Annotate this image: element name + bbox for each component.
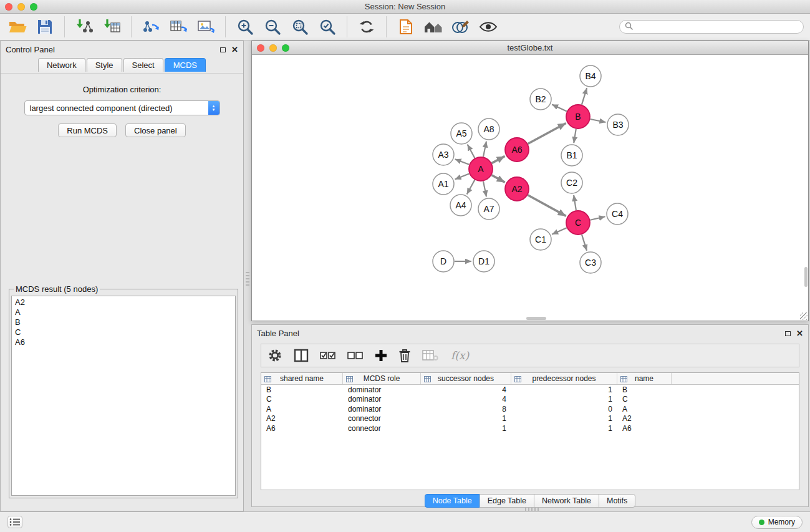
- graph-edge-A6-B[interactable]: [528, 123, 566, 144]
- mcds-result-item[interactable]: A2: [15, 297, 232, 307]
- network-canvas[interactable]: B4B2BB3A5A8A6B1A3AA1C2A2A4A7C4CC1C3DD1: [252, 55, 808, 321]
- table-row[interactable]: Adominator80A: [261, 404, 799, 414]
- open-file-icon[interactable]: [6, 16, 29, 38]
- column-header-predecessor-nodes[interactable]: predecessor nodes: [511, 373, 617, 384]
- select-columns-icon[interactable]: [294, 349, 309, 362]
- graph-edge-C-C4[interactable]: [591, 216, 605, 220]
- tab-mcds[interactable]: MCDS: [165, 58, 206, 72]
- graph-edge-B-B3[interactable]: [591, 119, 606, 122]
- import-network-icon[interactable]: [73, 16, 95, 38]
- graph-edge-C-C3[interactable]: [582, 235, 587, 251]
- graph-edge-C-C2[interactable]: [574, 195, 576, 210]
- tab-motifs[interactable]: Motifs: [599, 494, 635, 508]
- graph-node-C[interactable]: C: [566, 211, 590, 235]
- close-window-button[interactable]: [5, 3, 12, 11]
- table-row[interactable]: Bdominator41B: [261, 385, 799, 395]
- close-network-window-button[interactable]: [257, 44, 264, 52]
- close-panel-button[interactable]: Close panel: [125, 123, 186, 137]
- column-header-successor-nodes[interactable]: successor nodes: [421, 373, 511, 384]
- graph-node-B3[interactable]: B3: [607, 114, 629, 135]
- vertical-splitter-grip[interactable]: [246, 272, 249, 286]
- run-mcds-button[interactable]: Run MCDS: [58, 123, 117, 137]
- window-resize-grip[interactable]: [800, 312, 808, 320]
- close-panel-icon[interactable]: ✕: [796, 331, 803, 337]
- graph-node-A4[interactable]: A4: [450, 195, 471, 216]
- deselect-all-rows-icon[interactable]: [347, 351, 364, 360]
- graph-node-A8[interactable]: A8: [478, 118, 499, 140]
- graph-edge-A-A7[interactable]: [483, 181, 486, 197]
- vertical-scrollbar-handle[interactable]: [804, 267, 808, 287]
- zoom-network-window-button[interactable]: [282, 44, 289, 52]
- graph-edge-A-A2[interactable]: [492, 175, 505, 183]
- criterion-dropdown[interactable]: largest connected component (directed) ▲…: [24, 100, 220, 115]
- table-row[interactable]: A2connector11A2: [261, 414, 799, 424]
- venn-diagram-icon[interactable]: [450, 16, 472, 38]
- graph-node-D1[interactable]: D1: [473, 251, 494, 272]
- graph-node-A5[interactable]: A5: [451, 123, 472, 144]
- table-row[interactable]: Cdominator41C: [261, 395, 799, 405]
- tab-style[interactable]: Style: [87, 58, 122, 72]
- graph-node-D[interactable]: D: [433, 251, 454, 272]
- graph-node-A1[interactable]: A1: [433, 173, 454, 195]
- save-session-icon[interactable]: [34, 16, 56, 38]
- mcds-result-item[interactable]: B: [15, 317, 232, 327]
- apply-layout-icon[interactable]: [355, 16, 378, 38]
- graph-node-C3[interactable]: C3: [580, 252, 601, 273]
- graph-node-C2[interactable]: C2: [561, 172, 582, 193]
- search-input[interactable]: [637, 22, 798, 32]
- zoom-selected-icon[interactable]: [316, 16, 339, 38]
- mcds-result-list[interactable]: A2ABCA6: [11, 296, 236, 496]
- graph-edge-A-A3[interactable]: [455, 159, 470, 165]
- graph-node-C4[interactable]: C4: [607, 203, 628, 225]
- graph-node-B1[interactable]: B1: [561, 145, 582, 166]
- select-all-rows-icon[interactable]: [320, 351, 336, 360]
- close-panel-icon[interactable]: ✕: [231, 47, 238, 53]
- task-history-button[interactable]: [7, 516, 22, 528]
- graph-edge-C-C1[interactable]: [552, 228, 567, 235]
- tab-network[interactable]: Network: [38, 58, 85, 72]
- report-icon[interactable]: [395, 16, 417, 38]
- zoom-window-button[interactable]: [30, 3, 37, 11]
- delete-column-icon[interactable]: [398, 348, 411, 363]
- graph-edge-A-A6[interactable]: [492, 156, 505, 163]
- tab-node-table[interactable]: Node Table: [425, 494, 480, 508]
- graph-node-B2[interactable]: B2: [530, 89, 551, 110]
- mcds-result-item[interactable]: C: [15, 327, 232, 337]
- graph-edge-B-B2[interactable]: [552, 105, 567, 112]
- float-panel-icon[interactable]: [785, 331, 791, 336]
- zoom-in-icon[interactable]: [234, 16, 256, 38]
- zoom-fit-icon[interactable]: [289, 16, 311, 38]
- graph-edge-A-A4[interactable]: [467, 180, 475, 195]
- graph-node-A2[interactable]: A2: [505, 177, 529, 201]
- minimize-network-window-button[interactable]: [269, 44, 277, 52]
- graph-edge-A-A5[interactable]: [468, 145, 475, 158]
- graph-node-B[interactable]: B: [566, 105, 590, 128]
- gear-icon[interactable]: [268, 348, 282, 363]
- function-builder-icon[interactable]: f(x): [451, 349, 469, 362]
- graph-node-B4[interactable]: B4: [580, 65, 601, 87]
- zoom-out-icon[interactable]: [261, 16, 284, 38]
- column-header-shared-name[interactable]: shared name: [261, 373, 343, 384]
- minimize-window-button[interactable]: [17, 3, 25, 11]
- tab-network-table[interactable]: Network Table: [534, 494, 599, 508]
- graph-edge-A-A8[interactable]: [483, 142, 486, 157]
- table-body[interactable]: Bdominator41BCdominator41CAdominator80AA…: [261, 385, 799, 490]
- graph-node-A6[interactable]: A6: [505, 138, 529, 162]
- table-row[interactable]: A6connector11A6: [261, 423, 799, 433]
- column-header-MCDS-role[interactable]: MCDS role: [343, 373, 421, 384]
- graph-edge-B-B4[interactable]: [582, 88, 587, 105]
- home-icon[interactable]: [422, 16, 445, 38]
- horizontal-scrollbar-handle[interactable]: [526, 317, 546, 320]
- column-header-name[interactable]: name: [617, 373, 672, 384]
- export-image-icon[interactable]: [195, 16, 217, 38]
- import-table-icon[interactable]: [100, 16, 123, 38]
- graph-edge-B-B1[interactable]: [574, 129, 576, 143]
- tab-select[interactable]: Select: [123, 58, 163, 72]
- horizontal-splitter-grip[interactable]: [525, 508, 539, 511]
- export-table-icon[interactable]: [167, 16, 190, 38]
- graph-edge-A2-C[interactable]: [528, 195, 566, 216]
- graph-node-A[interactable]: A: [469, 157, 493, 181]
- mcds-result-item[interactable]: A6: [15, 337, 232, 347]
- graph-node-A7[interactable]: A7: [478, 198, 499, 220]
- tab-edge-table[interactable]: Edge Table: [480, 494, 534, 508]
